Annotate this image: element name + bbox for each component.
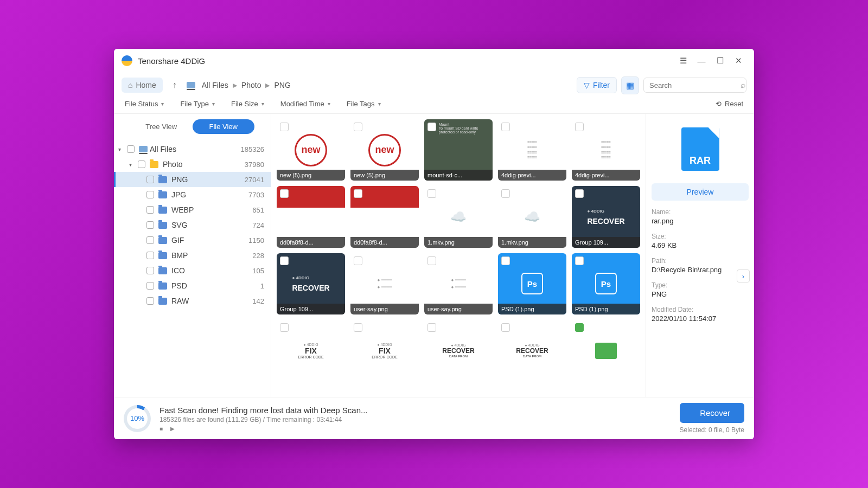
file-checkbox[interactable] — [501, 189, 510, 198]
checkbox[interactable] — [146, 176, 154, 183]
up-button[interactable]: ↑ — [167, 77, 182, 93]
breadcrumb-item[interactable]: All Files — [202, 81, 228, 89]
scan-info: Fast Scan done! Finding more lost data w… — [159, 406, 671, 431]
checkbox[interactable] — [127, 145, 135, 153]
next-button[interactable]: › — [737, 269, 750, 282]
recover-button[interactable]: Recover — [680, 403, 744, 423]
filter-status[interactable]: File Status▾ — [125, 100, 164, 108]
tree-item-gif[interactable]: GIF 1150 — [114, 233, 271, 248]
search-input[interactable] — [649, 81, 741, 89]
file-thumb[interactable]: ● 4DDIGFIXERROR CODE — [277, 320, 345, 381]
file-view-tab[interactable]: File View — [193, 119, 255, 134]
meta-type: PNG — [652, 290, 749, 298]
play-button[interactable]: ▶ — [170, 426, 176, 431]
file-thumb[interactable]: ● 4DDIGRECOVERDATA FROM — [424, 320, 493, 381]
menu-icon[interactable]: ☰ — [675, 53, 691, 69]
file-thumb[interactable]: Ps PSD (1).png — [498, 253, 566, 314]
tree-item-webp[interactable]: WEBP 651 — [114, 202, 271, 217]
filter-button[interactable]: ▽ Filter — [577, 77, 617, 93]
file-thumb[interactable]: MountTo mount SD card writeprotected or … — [424, 119, 493, 181]
filter-bar: File Status▾ File Type▾ File Size▾ Modif… — [114, 98, 754, 114]
file-checkbox[interactable] — [427, 256, 436, 265]
tree-item-raw[interactable]: RAW 142 — [114, 293, 271, 309]
file-thumb[interactable]: ≡≡≡≡≡≡≡≡≡≡≡≡≡≡≡≡≡≡≡≡ 4ddig-previ... — [498, 119, 566, 181]
breadcrumb-item[interactable]: PNG — [274, 81, 290, 89]
tree-item-svg[interactable]: SVG 724 — [114, 217, 271, 233]
tree-photo[interactable]: ▾ Photo 37980 — [114, 157, 271, 172]
tree-count: 724 — [252, 221, 264, 229]
file-thumb[interactable]: ≡≡≡≡≡≡≡≡≡≡≡≡≡≡≡≡≡≡≡≡ 4ddig-previ... — [572, 119, 640, 181]
reset-button[interactable]: ⟲Reset — [716, 100, 743, 108]
filter-modified[interactable]: Modified Time▾ — [280, 100, 330, 108]
tree-item-psd[interactable]: PSD 1 — [114, 278, 271, 293]
tree-item-bmp[interactable]: BMP 228 — [114, 248, 271, 263]
file-checkbox[interactable] — [354, 189, 362, 198]
file-thumb[interactable]: new new (5).png — [350, 119, 419, 181]
checkbox[interactable] — [146, 252, 154, 259]
close-button[interactable]: ✕ — [730, 53, 746, 69]
tree-count: 105 — [252, 267, 264, 275]
file-checkbox[interactable] — [575, 123, 584, 131]
checkbox[interactable] — [146, 282, 154, 290]
preview-pane: RAR Preview Name:rar.png Size:4.69 KB Pa… — [646, 114, 754, 397]
file-thumb[interactable]: ● 4DDIGRECOVER Group 109... — [277, 253, 345, 314]
file-thumb[interactable]: ● 4DDIGFIXERROR CODE — [350, 320, 419, 381]
grid-view-button[interactable]: ▦ — [621, 76, 639, 94]
file-thumb[interactable]: ● 4DDIGRECOVERDATA FROM — [498, 320, 566, 381]
file-checkbox[interactable] — [280, 189, 289, 198]
file-thumb[interactable]: ● ━━━━● ━━━━ user-say.png — [350, 253, 419, 314]
file-thumb[interactable]: new new (5).png — [277, 119, 345, 181]
file-checkbox[interactable] — [280, 256, 289, 265]
filter-size[interactable]: File Size▾ — [231, 100, 264, 108]
file-thumb[interactable]: dd0fa8f8-d... — [350, 186, 419, 247]
file-checkbox[interactable] — [354, 323, 362, 332]
tree-view-tab[interactable]: Tree View — [130, 119, 193, 134]
search-box[interactable]: ⌕ — [643, 78, 746, 93]
file-thumb[interactable] — [572, 320, 640, 381]
breadcrumb-item[interactable]: Photo — [241, 81, 261, 89]
checkbox[interactable] — [146, 297, 154, 305]
file-grid-area[interactable]: new new (5).png new new (5).png MountTo … — [271, 114, 646, 397]
file-thumb[interactable]: Ps PSD (1).png — [572, 253, 640, 314]
file-checkbox[interactable] — [575, 256, 584, 265]
checkbox[interactable] — [146, 221, 154, 229]
checkbox[interactable] — [146, 267, 154, 274]
file-thumb[interactable]: dd0fa8f8-d... — [277, 186, 345, 247]
tree-label: All Files — [150, 145, 241, 153]
tree-item-ico[interactable]: ICO 105 — [114, 263, 271, 278]
minimize-button[interactable]: — — [693, 53, 710, 69]
file-thumb[interactable]: ● ━━━━● ━━━━ user-say.png — [424, 253, 493, 314]
tree-item-jpg[interactable]: JPG 7703 — [114, 187, 271, 202]
checkbox[interactable] — [146, 236, 154, 244]
expand-icon[interactable]: ▾ — [118, 146, 126, 152]
file-checkbox[interactable] — [575, 189, 584, 198]
file-checkbox[interactable] — [575, 323, 584, 332]
file-checkbox[interactable] — [354, 256, 362, 265]
file-checkbox[interactable] — [427, 189, 436, 198]
stop-button[interactable]: ■ — [159, 426, 165, 431]
file-checkbox[interactable] — [501, 323, 510, 332]
file-checkbox[interactable] — [427, 123, 436, 131]
file-checkbox[interactable] — [280, 323, 289, 332]
file-checkbox[interactable] — [280, 123, 289, 131]
file-thumb[interactable]: ☁️ 1.mkv.png — [424, 186, 493, 247]
file-name: 1.mkv.png — [498, 237, 566, 248]
tree-root[interactable]: ▾ All Files 185326 — [114, 142, 271, 157]
expand-icon[interactable]: ▾ — [129, 162, 137, 168]
file-checkbox[interactable] — [427, 323, 436, 332]
file-checkbox[interactable] — [354, 123, 362, 131]
filter-tags[interactable]: File Tags▾ — [347, 100, 381, 108]
file-checkbox[interactable] — [501, 123, 510, 131]
checkbox[interactable] — [138, 160, 145, 168]
tree-label: BMP — [171, 251, 252, 260]
home-button[interactable]: ⌂ Home — [122, 78, 163, 93]
maximize-button[interactable]: ☐ — [712, 53, 728, 69]
file-checkbox[interactable] — [501, 256, 510, 265]
tree-item-png[interactable]: PNG 27041 — [114, 172, 271, 187]
checkbox[interactable] — [146, 191, 154, 198]
file-thumb[interactable]: ● 4DDIGRECOVER Group 109... — [572, 186, 640, 247]
checkbox[interactable] — [146, 206, 154, 214]
preview-button[interactable]: Preview — [652, 183, 749, 201]
file-thumb[interactable]: ☁️ 1.mkv.png — [498, 186, 566, 247]
filter-type[interactable]: File Type▾ — [180, 100, 215, 108]
